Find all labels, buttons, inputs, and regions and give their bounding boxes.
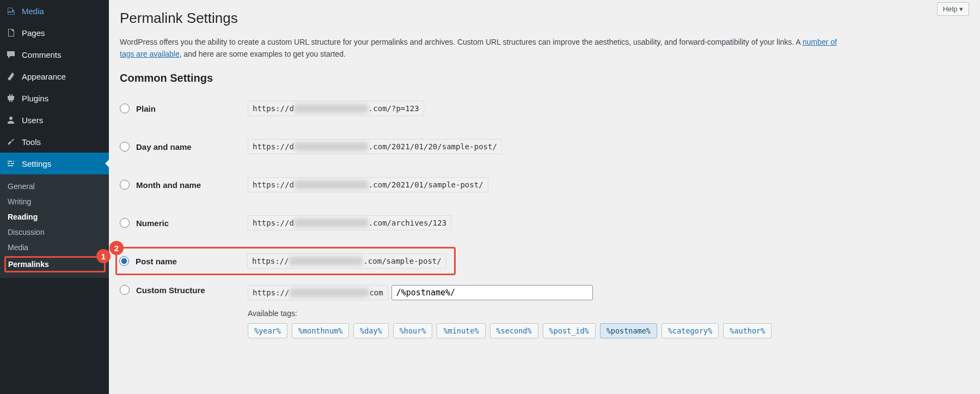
radio-day-name[interactable]: Day and name: [120, 142, 248, 151]
sidebar-item-settings[interactable]: Settings: [0, 153, 109, 174]
sidebar-label: Plugins: [22, 94, 48, 103]
tag-postname[interactable]: %postname%: [600, 323, 657, 338]
intro-text: WordPress offers you the ability to crea…: [120, 37, 838, 60]
sidebar-label: Comments: [22, 50, 62, 59]
submenu-media[interactable]: Media: [0, 240, 109, 255]
available-tags: %year% %monthnum% %day% %hour% %minute% …: [248, 323, 771, 338]
admin-sidebar: Media Pages Comments Appearance Plugins: [0, 0, 109, 394]
appearance-icon: [5, 71, 16, 82]
sidebar-label: Media: [22, 7, 44, 16]
tag-minute[interactable]: %minute%: [437, 323, 485, 338]
option-numeric: Numeric https://d.com/archives/123: [120, 209, 969, 237]
main-content: Help ▾ Permalink Settings WordPress offe…: [109, 0, 980, 394]
option-plain: Plain https://d.com/?p=123: [120, 94, 969, 123]
radio-plain-input[interactable]: [120, 104, 130, 113]
tag-second[interactable]: %second%: [490, 323, 538, 338]
help-button[interactable]: Help ▾: [937, 2, 969, 16]
url-example-numeric: https://d.com/archives/123: [248, 215, 451, 231]
tag-author[interactable]: %author%: [723, 323, 771, 338]
radio-month-name[interactable]: Month and name: [120, 180, 248, 190]
sidebar-item-pages[interactable]: Pages: [0, 22, 109, 44]
url-example-post-name: https://.com/sample-post/: [247, 253, 446, 269]
submenu-permalinks[interactable]: Permalinks 1: [4, 256, 106, 272]
permalink-options: Plain https://d.com/?p=123 Day and name …: [120, 94, 969, 338]
sidebar-item-users[interactable]: Users: [0, 109, 109, 131]
sidebar-label: Tools: [22, 137, 41, 147]
sidebar-label: Settings: [22, 159, 51, 168]
tag-post-id[interactable]: %post_id%: [543, 323, 596, 338]
radio-custom[interactable]: Custom Structure: [120, 285, 248, 295]
tag-category[interactable]: %category%: [661, 323, 719, 338]
sidebar-label: Appearance: [22, 72, 66, 81]
page-title: Permalink Settings: [120, 10, 969, 27]
option-day-name: Day and name https://d.com/2021/01/20/sa…: [120, 132, 969, 161]
submenu-writing[interactable]: Writing: [0, 194, 109, 209]
radio-custom-input[interactable]: [120, 285, 130, 295]
tag-day[interactable]: %day%: [353, 323, 389, 338]
sidebar-item-tools[interactable]: Tools: [0, 131, 109, 153]
sidebar-item-media[interactable]: Media: [0, 0, 109, 22]
tag-hour[interactable]: %hour%: [393, 323, 433, 338]
sidebar-item-plugins[interactable]: Plugins: [0, 87, 109, 109]
tools-icon: [5, 136, 16, 147]
radio-numeric-input[interactable]: [120, 218, 130, 228]
option-post-name: 2 Post name https://.com/sample-post/: [115, 247, 456, 275]
comments-icon: [5, 49, 16, 60]
submenu-reading[interactable]: Reading: [0, 209, 109, 225]
url-example-day-name: https://d.com/2021/01/20/sample-post/: [248, 139, 502, 154]
annotation-badge-2: 2: [109, 241, 124, 255]
pages-icon: [5, 27, 16, 38]
settings-submenu: General Writing Reading Discussion Media…: [0, 174, 109, 278]
available-tags-label: Available tags:: [248, 309, 771, 318]
url-example-month-name: https://d.com/2021/01/sample-post/: [248, 177, 488, 192]
option-custom: Custom Structure https://com Available t…: [120, 285, 969, 338]
radio-post-name-input[interactable]: [119, 256, 129, 266]
option-month-name: Month and name https://d.com/2021/01/sam…: [120, 171, 969, 199]
custom-base-url: https://com: [248, 285, 388, 300]
radio-plain[interactable]: Plain: [120, 104, 248, 113]
annotation-badge-1: 1: [96, 249, 111, 263]
sidebar-item-appearance[interactable]: Appearance: [0, 65, 109, 87]
submenu-general[interactable]: General: [0, 179, 109, 194]
radio-month-name-input[interactable]: [120, 180, 130, 190]
radio-numeric[interactable]: Numeric: [120, 218, 248, 228]
plugins-icon: [5, 93, 16, 104]
settings-icon: [5, 158, 16, 169]
users-icon: [5, 114, 16, 125]
radio-post-name[interactable]: Post name: [119, 256, 247, 266]
custom-structure-input[interactable]: [391, 285, 593, 300]
sidebar-label: Users: [22, 116, 43, 125]
chevron-down-icon: ▾: [959, 5, 963, 13]
section-title: Common Settings: [120, 72, 969, 84]
url-example-plain: https://d.com/?p=123: [248, 101, 424, 116]
media-icon: [5, 5, 16, 16]
sidebar-label: Pages: [22, 28, 45, 38]
tag-year[interactable]: %year%: [248, 323, 287, 338]
tag-monthnum[interactable]: %monthnum%: [292, 323, 349, 338]
radio-day-name-input[interactable]: [120, 142, 130, 151]
sidebar-item-comments[interactable]: Comments: [0, 44, 109, 65]
submenu-discussion[interactable]: Discussion: [0, 225, 109, 240]
